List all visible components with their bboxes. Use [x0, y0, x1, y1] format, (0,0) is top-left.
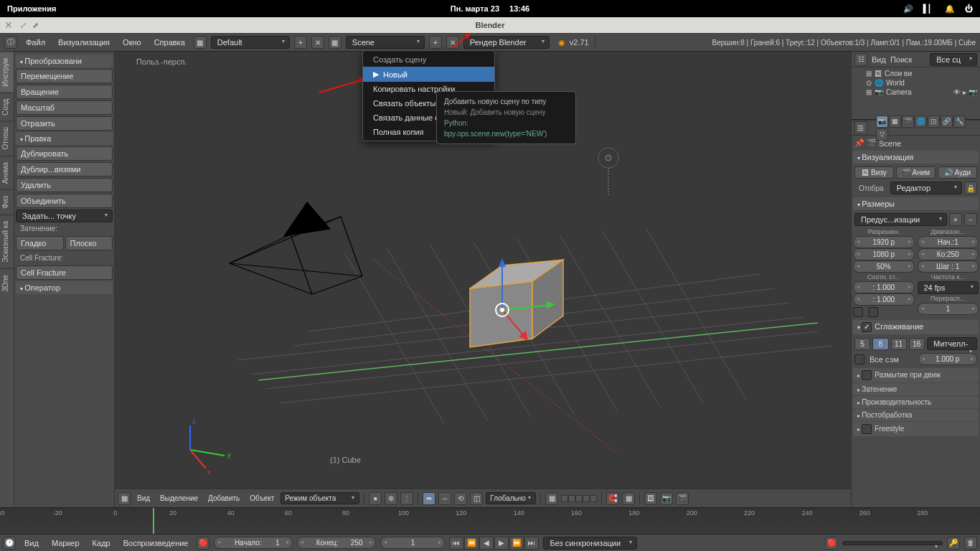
freestyle-panel-header[interactable]: Freestyle: [853, 422, 979, 436]
performance-panel-header[interactable]: Производительность: [853, 396, 979, 408]
aspect-y-field[interactable]: : 1.000: [853, 293, 915, 306]
pin-icon[interactable]: 📌: [854, 138, 864, 148]
fps-dropdown[interactable]: 24 fps: [918, 281, 979, 294]
vp-object-menu[interactable]: Объект: [246, 493, 278, 504]
timeline-editor-icon[interactable]: 🕐: [3, 537, 16, 550]
pivot-align-icon[interactable]: ⋮: [400, 492, 413, 505]
shade-flat-button[interactable]: Плоско: [65, 236, 113, 250]
post-panel-header[interactable]: Постобработка: [853, 409, 979, 421]
screen-add-icon[interactable]: +: [294, 36, 307, 49]
screen-browse-icon[interactable]: ▦: [194, 36, 207, 49]
manipulator-toggle-icon[interactable]: ⬌: [423, 492, 435, 505]
vp-view-menu[interactable]: Вид: [133, 493, 154, 504]
start-frame-field[interactable]: Начало: 1: [214, 537, 293, 549]
mblur-checkbox[interactable]: [862, 370, 872, 380]
crop-checkbox[interactable]: [868, 307, 878, 317]
res-pct-field[interactable]: 50%: [853, 260, 915, 273]
display-mode-dropdown[interactable]: Редактор: [890, 182, 962, 194]
aa-filter-dropdown[interactable]: Митчелл-: [927, 337, 977, 350]
scene-new-item[interactable]: ▶Новый: [363, 67, 494, 82]
outliner-filter-dropdown[interactable]: Все сц: [930, 53, 977, 66]
tab-object-icon[interactable]: ◳: [928, 116, 940, 128]
cellfracture-button[interactable]: Cell Fracture: [16, 265, 113, 280]
operator-panel-header[interactable]: Оператор: [16, 281, 113, 294]
tab-render-icon[interactable]: 📷: [876, 116, 888, 128]
preset-del-icon[interactable]: −: [964, 213, 977, 226]
screen-del-icon[interactable]: ✕: [311, 36, 324, 49]
window-restore-icon[interactable]: ⤢: [20, 21, 27, 30]
outliner-item-camera[interactable]: ⊞ 📷 Camera 👁 ▸ 📷: [854, 88, 977, 97]
manipulator-rotate-icon[interactable]: ⟲: [454, 492, 467, 505]
aa-5-button[interactable]: 5: [854, 338, 870, 350]
aspect-x-field[interactable]: : 1.000: [853, 281, 915, 293]
tab-relations[interactable]: Отнош: [0, 121, 14, 155]
outliner-search-menu[interactable]: Поиск: [890, 55, 912, 64]
tl-marker-menu[interactable]: Маркер: [47, 537, 84, 549]
end-frame-field[interactable]: Конец: 250: [297, 537, 376, 549]
tl-playback-menu[interactable]: Воспроизведение: [119, 537, 193, 549]
rotate-button[interactable]: Вращение: [16, 85, 113, 99]
timeline-cursor[interactable]: [153, 508, 154, 534]
outliner-editor-icon[interactable]: ☷: [854, 53, 867, 66]
notifications-icon[interactable]: 🔔: [945, 4, 955, 14]
aa-enable-checkbox[interactable]: [862, 322, 872, 332]
window-max-icon[interactable]: ⬈: [32, 21, 39, 30]
file-menu[interactable]: Файл: [22, 37, 50, 48]
res-x-field[interactable]: 1920 р: [853, 236, 915, 248]
outliner-view-menu[interactable]: Вид: [872, 55, 886, 64]
key-insert-icon[interactable]: 🔑: [947, 537, 960, 550]
network-icon[interactable]: ▍▏: [923, 4, 935, 14]
autokey-toggle-icon[interactable]: 🔴: [825, 537, 838, 550]
manipulator-translate-icon[interactable]: ↔: [438, 492, 451, 505]
tab-world-icon[interactable]: 🌐: [915, 116, 927, 128]
jump-start-icon[interactable]: ⏮: [449, 537, 463, 550]
aa-size-field[interactable]: 1.000 р: [918, 353, 978, 365]
tab-anim[interactable]: Анима: [0, 156, 14, 189]
set-origin-dropdown[interactable]: Задать... точку: [16, 209, 113, 222]
layers-icon[interactable]: ▦: [545, 492, 558, 505]
tab-create[interactable]: Созд: [0, 93, 14, 121]
help-menu[interactable]: Справка: [150, 37, 189, 48]
sync-dropdown[interactable]: Без синхронизации: [543, 537, 637, 550]
aa-8-button[interactable]: 8: [872, 338, 888, 350]
tab-scene-icon[interactable]: 🎬: [902, 116, 914, 128]
tab-modifiers-icon[interactable]: 🔧: [953, 116, 966, 128]
shade-smooth-button[interactable]: Гладко: [16, 236, 64, 250]
freestyle-checkbox[interactable]: [862, 424, 872, 434]
power-icon[interactable]: ⏻: [965, 4, 973, 13]
shading-solid-icon[interactable]: ●: [369, 492, 382, 505]
aa-panel-header[interactable]: Сглаживание: [853, 320, 979, 334]
duplicate-linked-button[interactable]: Дублир...вязями: [16, 162, 113, 176]
tab-renderlayers-icon[interactable]: ▦: [889, 116, 901, 128]
play-reverse-icon[interactable]: ◀: [479, 537, 494, 550]
fullsample-checkbox[interactable]: [854, 354, 864, 364]
screen-layout-dropdown[interactable]: Default: [211, 36, 290, 49]
keying-set-dropdown[interactable]: [842, 541, 943, 545]
snap-icon[interactable]: 🧲: [606, 492, 619, 505]
preset-add-icon[interactable]: +: [949, 213, 962, 226]
join-button[interactable]: Объединить: [16, 194, 113, 208]
tl-frame-menu[interactable]: Кадр: [88, 537, 115, 549]
shading-panel-header[interactable]: Затенение: [853, 383, 979, 395]
apps-menu[interactable]: Приложения: [7, 4, 56, 13]
tab-tools[interactable]: Инструм: [0, 52, 14, 93]
transform-panel-header[interactable]: Преобразовани: [16, 55, 113, 67]
tab-gpencil[interactable]: Эскизный ка: [0, 215, 14, 268]
remap-field[interactable]: 1: [918, 303, 979, 315]
outliner-item-renderlayers[interactable]: ⊞ 🖼 Слои ви: [854, 69, 977, 78]
pivot-icon[interactable]: ⊕: [385, 492, 397, 505]
render-panel-header[interactable]: Визуализация: [853, 151, 979, 164]
render-audio-button[interactable]: 🔊 Ауди: [938, 166, 977, 179]
render-anim-button[interactable]: 🎬 Аним: [896, 166, 936, 179]
scene-add-icon[interactable]: +: [429, 36, 442, 49]
window-close-icon[interactable]: ✕: [4, 19, 13, 31]
play-icon[interactable]: ▶: [494, 537, 509, 550]
aa-11-button[interactable]: 11: [891, 338, 907, 350]
delete-button[interactable]: Удалить: [16, 178, 113, 192]
vp-select-menu[interactable]: Выделение: [156, 493, 202, 504]
frame-end-field[interactable]: Ко:250: [918, 248, 979, 260]
mirror-button[interactable]: Отразить: [16, 116, 113, 131]
current-frame-field[interactable]: 1: [380, 537, 445, 549]
opengl-anim-icon[interactable]: 🎬: [676, 492, 689, 505]
vp-add-menu[interactable]: Добавить: [204, 493, 243, 504]
